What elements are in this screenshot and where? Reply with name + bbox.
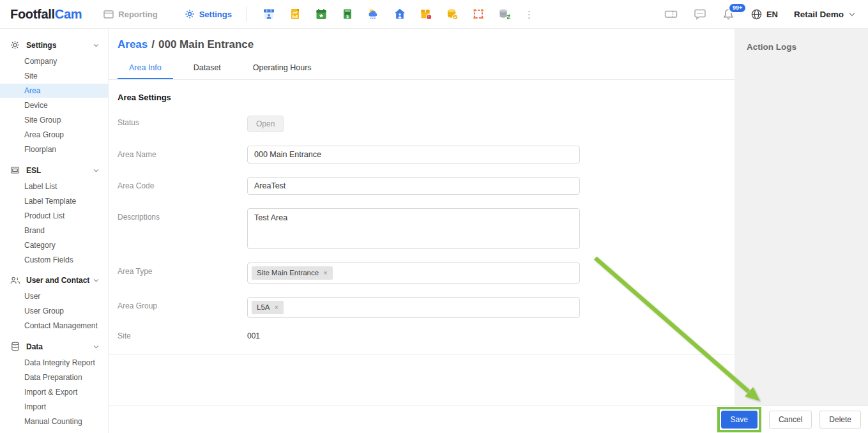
area-code-input[interactable] <box>247 177 580 195</box>
database-icon <box>10 342 20 351</box>
chip-label: Site Main Entrance <box>257 269 319 277</box>
account-dropdown[interactable]: Retail Demo <box>794 10 855 19</box>
action-logs-title: Action Logs <box>747 42 868 52</box>
language-selector[interactable]: EN <box>750 8 778 20</box>
chevron-down-icon <box>93 169 99 172</box>
sidebar-item-product-list[interactable]: Product List <box>0 209 108 223</box>
sidebar-section-esl[interactable]: ESL <box>0 162 108 179</box>
app-icons-row: $ <box>263 8 511 20</box>
site-value: 001 <box>247 331 260 340</box>
data-sync-icon[interactable] <box>498 8 511 20</box>
chevron-down-icon <box>93 345 99 349</box>
home-occupancy-icon[interactable] <box>393 8 406 20</box>
main-content: Areas/000 Main Entrance Area Info Datase… <box>109 29 735 406</box>
area-type-chip: Site Main Entrance × <box>252 266 333 280</box>
sidebar-item-contact-management[interactable]: Contact Management <box>0 319 108 333</box>
remove-chip-icon[interactable]: × <box>323 269 327 277</box>
topbar: FootfallCam Reporting Settings <box>0 0 868 29</box>
events-calendar-icon[interactable] <box>315 8 328 20</box>
area-name-input[interactable] <box>247 146 580 163</box>
area-editor-icon[interactable] <box>472 8 485 20</box>
delete-button[interactable]: Delete <box>819 411 861 429</box>
sidebar-item-label-list[interactable]: Label List <box>0 179 108 194</box>
logo-part2: Cam <box>55 7 82 21</box>
cancel-button[interactable]: Cancel <box>769 411 812 429</box>
chip-label: L5A <box>257 303 270 312</box>
remove-chip-icon[interactable]: × <box>274 303 278 311</box>
area-name-row: Area Name <box>118 146 735 163</box>
svg-text:$: $ <box>346 14 349 19</box>
sidebar-section-settings[interactable]: Settings <box>0 36 108 54</box>
sidebar-item-floorplan[interactable]: Floorplan <box>0 142 108 156</box>
nav-reporting[interactable]: Reporting <box>103 10 157 19</box>
sidebar-item-manual-counting[interactable]: Manual Counting <box>0 414 108 429</box>
sidebar-item-company[interactable]: Company <box>0 54 108 68</box>
page: FootfallCam Reporting Settings <box>0 0 868 433</box>
content-divider <box>109 354 735 355</box>
save-button[interactable]: Save <box>721 411 758 429</box>
sidebar-section-label: User and Contact <box>26 276 89 285</box>
sidebar-item-data-integrity-report[interactable]: Data Integrity Report <box>0 356 108 370</box>
area-group-label: Area Group <box>118 297 247 310</box>
tab-area-info[interactable]: Area Info <box>118 58 173 79</box>
save-highlight-box: Save <box>717 407 761 432</box>
sidebar-item-category[interactable]: Category <box>0 238 108 252</box>
sidebar-section-data[interactable]: Data <box>0 338 108 355</box>
sidebar-item-site[interactable]: Site <box>0 69 108 83</box>
area-settings-form: Area Settings Status Open Area Name Area… <box>109 80 735 340</box>
breadcrumb-separator: / <box>151 38 155 50</box>
status-row: Status Open <box>118 116 735 132</box>
area-group-input[interactable]: L5A × <box>247 297 580 318</box>
sidebar: Settings Company Site Area Device Site G… <box>0 29 109 433</box>
weather-icon[interactable] <box>367 8 380 20</box>
breadcrumb-areas-link[interactable]: Areas <box>118 38 148 50</box>
sidebar-item-custom-fields[interactable]: Custom Fields <box>0 253 108 267</box>
status-button[interactable]: Open <box>247 116 284 132</box>
sidebar-item-label-template[interactable]: Label Template <box>0 194 108 208</box>
chat-icon[interactable] <box>694 8 706 20</box>
area-group-chip: L5A × <box>252 301 284 314</box>
area-code-row: Area Code <box>118 177 735 195</box>
nav-settings[interactable]: Settings <box>185 9 232 19</box>
notifications-bell[interactable]: 99+ <box>722 8 735 20</box>
sidebar-section-label: Data <box>26 342 43 351</box>
chevron-down-icon <box>849 12 855 17</box>
footfallcam-logo[interactable]: FootfallCam <box>10 7 82 22</box>
sidebar-item-import[interactable]: Import <box>0 400 108 414</box>
breadcrumb: Areas/000 Main Entrance <box>109 29 735 51</box>
notification-badge: 99+ <box>728 3 747 13</box>
label-icon <box>10 165 20 175</box>
sidebar-section-label: ESL <box>26 166 41 175</box>
chevron-down-icon <box>93 43 99 47</box>
sidebar-item-area[interactable]: Area <box>0 84 108 98</box>
ticket-icon[interactable] <box>664 8 678 20</box>
area-type-label: Area Type <box>118 262 247 276</box>
store-icon[interactable] <box>263 8 275 20</box>
sidebar-item-area-group[interactable]: Area Group <box>0 128 108 142</box>
page-title: 000 Main Entrance <box>158 38 254 50</box>
language-label: EN <box>766 10 778 19</box>
sales-report-icon[interactable] <box>289 8 301 20</box>
descriptions-row: Descriptions Test Area <box>118 208 735 249</box>
sidebar-item-site-group[interactable]: Site Group <box>0 113 108 127</box>
sidebar-item-user[interactable]: User <box>0 289 108 303</box>
more-apps-icon[interactable]: ⋮ <box>524 10 534 19</box>
tab-operating-hours[interactable]: Operating Hours <box>241 58 323 79</box>
sidebar-item-import-export[interactable]: Import & Export <box>0 385 108 399</box>
nav-settings-label: Settings <box>199 10 232 19</box>
sidebar-section-user-contact[interactable]: User and Contact <box>0 272 108 289</box>
area-type-input[interactable]: Site Main Entrance × <box>247 262 580 284</box>
action-logs-panel: Action Logs <box>735 29 868 406</box>
sidebar-item-brand[interactable]: Brand <box>0 224 108 238</box>
descriptions-label: Descriptions <box>118 208 247 222</box>
stock-alert-icon[interactable] <box>420 8 432 20</box>
area-code-label: Area Code <box>118 177 247 190</box>
descriptions-textarea[interactable]: Test Area <box>247 208 580 249</box>
receipt-icon[interactable]: $ <box>341 8 354 20</box>
tab-dataset[interactable]: Dataset <box>182 58 232 79</box>
data-quality-icon[interactable] <box>446 8 459 20</box>
sidebar-item-device[interactable]: Device <box>0 98 108 112</box>
sidebar-item-user-group[interactable]: User Group <box>0 304 108 318</box>
sidebar-item-data-preparation[interactable]: Data Preparation <box>0 370 108 384</box>
footer-bar: Save Cancel Delete <box>109 406 868 433</box>
